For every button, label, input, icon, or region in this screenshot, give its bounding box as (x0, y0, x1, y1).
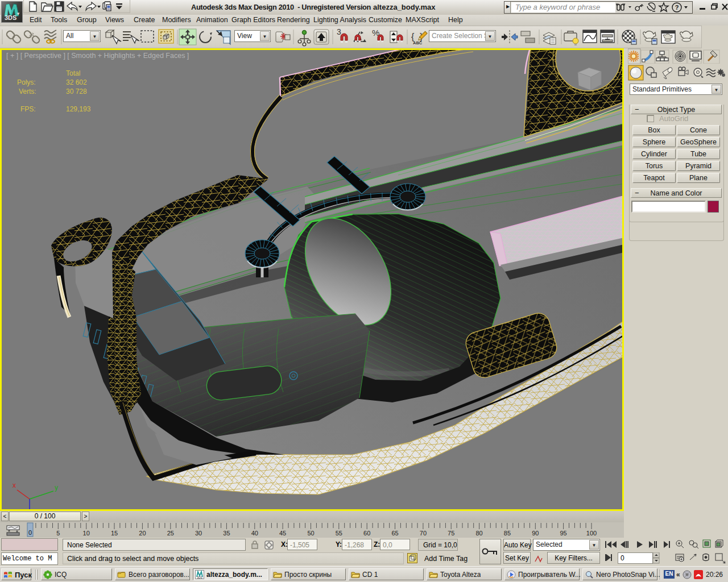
svg-text:60: 60 (363, 530, 370, 537)
svg-text:y: y (55, 484, 58, 492)
svg-text:100: 100 (586, 530, 597, 537)
svg-text:90: 90 (532, 530, 539, 537)
svg-text:30: 30 (195, 530, 202, 537)
svg-text:45: 45 (279, 530, 286, 537)
svg-text:0: 0 (28, 529, 32, 536)
svg-text:10: 10 (83, 530, 90, 537)
svg-text:95: 95 (560, 530, 566, 537)
svg-text:50: 50 (307, 530, 314, 537)
svg-text:55: 55 (336, 530, 342, 537)
svg-text:70: 70 (420, 530, 427, 537)
svg-text:35: 35 (223, 530, 230, 537)
svg-text:40: 40 (251, 530, 258, 537)
svg-text:15: 15 (111, 530, 118, 537)
svg-text:3: 3 (337, 27, 341, 36)
svg-text:ABC: ABC (413, 40, 423, 45)
svg-text:20: 20 (139, 530, 146, 537)
svg-text:80: 80 (475, 530, 482, 537)
svg-text:3DS: 3DS (197, 576, 202, 579)
svg-text:75: 75 (448, 530, 454, 537)
svg-text:x: x (13, 481, 16, 489)
svg-text:?: ? (675, 4, 679, 11)
svg-text:65: 65 (391, 530, 398, 537)
svg-text:5: 5 (56, 530, 60, 537)
svg-text:25: 25 (167, 530, 174, 537)
svg-text:85: 85 (504, 530, 511, 537)
